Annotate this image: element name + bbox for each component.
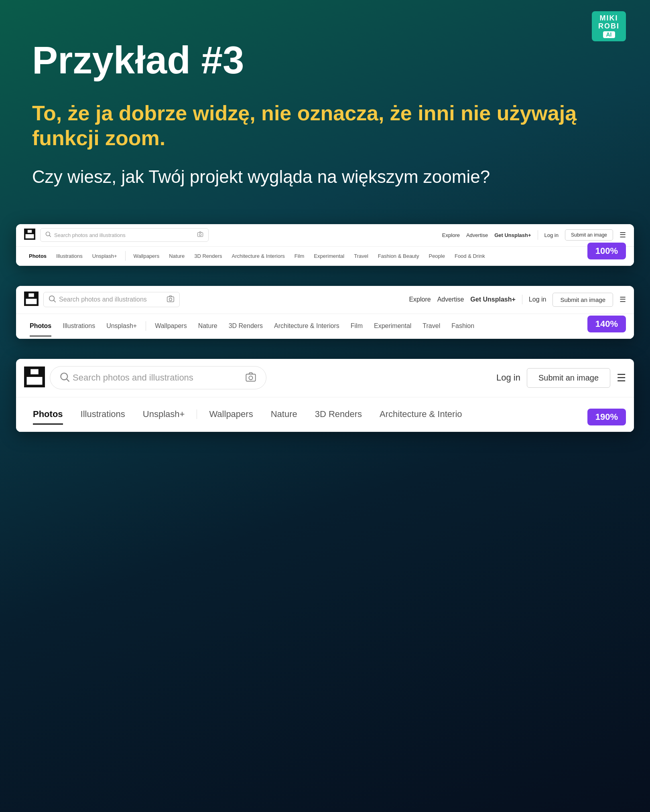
tab-separator [125, 251, 126, 261]
advertise-link-140[interactable]: Advertise [437, 296, 464, 303]
tab-experimental[interactable]: Experimental [309, 247, 349, 266]
tab-travel-140[interactable]: Travel [417, 316, 446, 336]
search-placeholder-140: Search photos and illustrations [59, 296, 147, 303]
tab-architecture-140[interactable]: Architecture & Interiors [268, 316, 345, 336]
logo-line1: MIKI [600, 14, 618, 22]
tab-wallpapers-140[interactable]: Wallpapers [149, 316, 192, 336]
search-bar-140[interactable]: Search photos and illustrations [43, 292, 180, 307]
svg-rect-16 [27, 377, 43, 385]
unsplash-logo-140 [24, 292, 39, 308]
search-icon-190 [60, 372, 69, 383]
svg-point-6 [199, 234, 201, 236]
tab-food-drink[interactable]: Food & Drink [450, 247, 490, 266]
svg-rect-1 [28, 230, 32, 233]
nav-links-140: Explore Advertise Get Unsplash+ Log in S… [409, 293, 626, 307]
tabs-row-190: Photos Illustrations Unsplash+ Wallpaper… [16, 397, 634, 432]
tab-fashion-beauty[interactable]: Fashion & Beauty [373, 247, 424, 266]
svg-rect-9 [26, 299, 37, 304]
zoom-badge-100: 100% [587, 243, 626, 259]
nav-links-190: Log in Submit an image ☰ [496, 368, 626, 388]
login-button-190[interactable]: Log in [496, 373, 520, 383]
tab-fashion-140[interactable]: Fashion [446, 316, 480, 336]
search-icon [45, 231, 51, 239]
tab-unsplash-plus[interactable]: Unsplash+ [87, 247, 122, 266]
tab-unsplash-plus-190[interactable]: Unsplash+ [134, 404, 194, 425]
logo-line2: ROBI [598, 22, 620, 30]
advertise-link[interactable]: Advertise [466, 232, 488, 238]
svg-point-20 [249, 376, 252, 380]
tab-nature-190[interactable]: Nature [262, 404, 306, 425]
tab-photos-190[interactable]: Photos [24, 404, 72, 425]
tab-separator-140 [146, 321, 146, 331]
unsplash-logo-190 [24, 367, 45, 389]
search-bar-100[interactable]: Search photos and illustrations [40, 228, 209, 242]
tab-nature-140[interactable]: Nature [193, 316, 223, 336]
tab-wallpapers[interactable]: Wallpapers [129, 247, 165, 266]
nav-divider [538, 230, 538, 240]
svg-rect-8 [28, 294, 34, 297]
tabs-row-100: Photos Illustrations Unsplash+ Wallpaper… [16, 247, 634, 266]
unsplash-logo [24, 229, 35, 241]
tab-illustrations-190[interactable]: Illustrations [72, 404, 134, 425]
svg-line-18 [67, 379, 69, 381]
tab-film-140[interactable]: Film [345, 316, 368, 336]
explore-link[interactable]: Explore [442, 232, 460, 238]
tabs-row-140: Photos Illustrations Unsplash+ Wallpaper… [16, 314, 634, 339]
tab-architecture-190[interactable]: Architecture & Interio [371, 404, 471, 425]
svg-rect-15 [30, 369, 39, 375]
zoom-badge-140: 140% [587, 316, 626, 332]
logo-line3: AI [603, 31, 615, 38]
search-placeholder-190: Search photos and illustrations [73, 373, 193, 383]
tab-3d-renders-190[interactable]: 3D Renders [306, 404, 371, 425]
svg-rect-2 [26, 234, 34, 239]
hamburger-icon-140[interactable]: ☰ [620, 295, 626, 304]
search-bar-190[interactable]: Search photos and illustrations [50, 366, 266, 389]
svg-point-13 [169, 298, 172, 301]
nav-divider-140 [522, 295, 522, 304]
zoom-badge-190: 190% [587, 409, 626, 425]
tab-experimental-140[interactable]: Experimental [368, 316, 417, 336]
navbar-100: Search photos and illustrations Explore … [16, 224, 634, 247]
tab-photos-140[interactable]: Photos [24, 316, 57, 336]
tab-travel[interactable]: Travel [349, 247, 373, 266]
tab-wallpapers-190[interactable]: Wallpapers [200, 404, 262, 425]
search-placeholder-100: Search photos and illustrations [54, 232, 126, 238]
get-unsplash-link-140[interactable]: Get Unsplash+ [470, 296, 515, 303]
login-button-140[interactable]: Log in [529, 296, 546, 303]
hamburger-icon[interactable]: ☰ [620, 231, 626, 239]
browser-mockup-140: Search photos and illustrations Explore … [16, 286, 634, 339]
navbar-190: Search photos and illustrations Log in S… [16, 359, 634, 397]
nav-links-100: Explore Advertise Get Unsplash+ Log in S… [442, 229, 626, 241]
tab-nature[interactable]: Nature [164, 247, 189, 266]
camera-icon [197, 231, 203, 239]
get-unsplash-link[interactable]: Get Unsplash+ [494, 232, 531, 238]
camera-icon-140 [167, 295, 175, 304]
login-button[interactable]: Log in [544, 232, 559, 238]
tab-3d-renders[interactable]: 3D Renders [189, 247, 227, 266]
tab-photos[interactable]: Photos [24, 247, 51, 266]
camera-icon-190 [245, 371, 256, 384]
tab-separator-190 [197, 409, 197, 419]
tab-unsplash-plus-140[interactable]: Unsplash+ [101, 316, 142, 336]
hamburger-icon-190[interactable]: ☰ [617, 372, 626, 384]
subtitle-yellow: To, że ja dobrze widzę, nie oznacza, że … [32, 101, 618, 151]
tab-architecture[interactable]: Architecture & Interiors [227, 247, 290, 266]
search-icon-140 [49, 295, 56, 304]
tab-illustrations-140[interactable]: Illustrations [57, 316, 101, 336]
explore-link-140[interactable]: Explore [409, 296, 431, 303]
tab-illustrations[interactable]: Illustrations [51, 247, 87, 266]
submit-button[interactable]: Submit an image [565, 229, 613, 241]
browser-mockup-100: Search photos and illustrations Explore … [16, 224, 634, 266]
svg-line-11 [54, 300, 56, 302]
logo-badge: MIKI ROBI AI [592, 11, 626, 41]
submit-button-140[interactable]: Submit an image [552, 293, 613, 307]
tab-people[interactable]: People [424, 247, 449, 266]
svg-line-4 [49, 235, 51, 237]
page-title: Przykład #3 [32, 40, 618, 81]
navbar-140: Search photos and illustrations Explore … [16, 286, 634, 314]
tab-film[interactable]: Film [290, 247, 309, 266]
submit-button-190[interactable]: Submit an image [527, 368, 610, 388]
header-section: Przykład #3 To, że ja dobrze widzę, nie … [0, 0, 650, 204]
tab-3d-renders-140[interactable]: 3D Renders [223, 316, 268, 336]
subtitle-white: Czy wiesz, jak Twój projekt wygląda na w… [32, 165, 618, 188]
